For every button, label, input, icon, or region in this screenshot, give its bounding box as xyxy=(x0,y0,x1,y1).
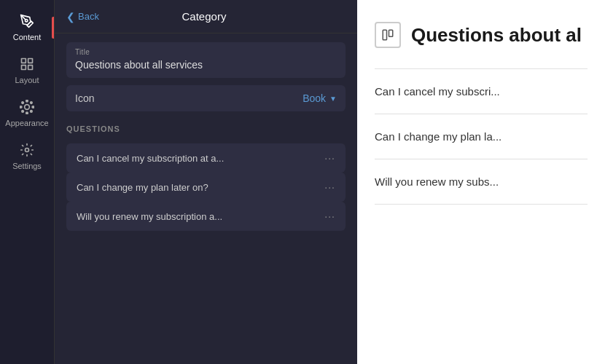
question-item[interactable]: Will you renew my subscription a... ··· xyxy=(66,202,346,231)
panel-title: Category xyxy=(108,10,300,23)
active-indicator xyxy=(52,17,54,39)
sidebar-item-settings-label: Settings xyxy=(12,162,42,170)
preview-pane: Questions about al Can I cancel my subsc… xyxy=(357,0,605,364)
svg-point-12 xyxy=(31,102,33,104)
title-field-label: Title xyxy=(66,42,346,58)
icon-selector[interactable]: Book ▼ xyxy=(302,92,337,104)
sidebar-item-settings[interactable]: Settings xyxy=(0,135,54,178)
back-button[interactable]: ❮ Back xyxy=(66,11,99,23)
preview-questions-list: Can I cancel my subscri...Can I change m… xyxy=(375,79,588,205)
icon-field-label: Icon xyxy=(75,92,94,104)
preview-category-title: Questions about al xyxy=(411,24,582,47)
question-item-menu-icon[interactable]: ··· xyxy=(324,152,335,164)
preview-question-text: Will you renew my subs... xyxy=(375,170,588,194)
sidebar-item-layout-label: Layout xyxy=(15,76,39,84)
preview-icon-box xyxy=(375,22,401,48)
preview-divider-4 xyxy=(375,204,588,205)
svg-rect-3 xyxy=(28,66,33,70)
back-label: Back xyxy=(78,11,99,22)
chevron-left-icon: ❮ xyxy=(66,11,75,23)
question-item[interactable]: Can I cancel my subscription at a... ··· xyxy=(66,143,346,173)
svg-rect-2 xyxy=(28,59,33,63)
svg-point-14 xyxy=(26,149,29,152)
svg-rect-1 xyxy=(22,59,26,63)
svg-point-7 xyxy=(26,112,28,114)
layout-icon xyxy=(19,56,35,72)
icon-value: Book xyxy=(302,92,326,104)
icon-field-row: Icon Book ▼ xyxy=(66,85,346,111)
preview-question-item: Can I cancel my subscri... xyxy=(375,79,588,103)
questions-list: Can I cancel my subscription at a... ···… xyxy=(66,143,346,231)
sidebar-item-appearance-label: Appearance xyxy=(5,119,48,127)
sidebar-item-content[interactable]: Content xyxy=(0,6,54,49)
appearance-icon xyxy=(19,99,35,115)
svg-point-6 xyxy=(26,100,28,102)
question-item-text: Can I cancel my subscription at a... xyxy=(77,153,324,164)
svg-point-5 xyxy=(25,105,30,110)
icon-field-group: Icon Book ▼ xyxy=(66,85,346,111)
question-item-menu-icon[interactable]: ··· xyxy=(324,210,335,222)
preview-divider-2 xyxy=(375,114,588,114)
content-icon xyxy=(19,13,35,29)
svg-point-10 xyxy=(22,102,24,104)
questions-section-label: QUESTIONS xyxy=(66,119,346,136)
svg-point-9 xyxy=(32,106,34,108)
title-field-group: Title Questions about all services xyxy=(66,42,346,78)
sidebar-item-content-label: Content xyxy=(13,33,42,41)
sidebar-item-appearance[interactable]: Appearance xyxy=(0,92,54,135)
question-item-text: Will you renew my subscription a... xyxy=(77,211,324,222)
svg-point-13 xyxy=(22,111,24,113)
panel-body: Title Questions about all services Icon … xyxy=(55,33,357,240)
panel-header: ❮ Back Category xyxy=(55,0,357,33)
svg-rect-4 xyxy=(22,66,26,70)
sidebar: Content Layout Appearance xyxy=(0,0,55,364)
sidebar-item-layout[interactable]: Layout xyxy=(0,49,54,92)
chevron-down-icon: ▼ xyxy=(329,95,337,103)
preview-question-item: Can I change my plan la... xyxy=(375,124,588,149)
svg-point-11 xyxy=(31,111,33,113)
preview-question-item: Will you renew my subs... xyxy=(375,170,588,194)
svg-point-8 xyxy=(20,106,22,108)
preview-question-text: Can I cancel my subscri... xyxy=(375,79,588,103)
question-item-text: Can I change my plan later on? xyxy=(77,182,324,193)
editor-panel: ❮ Back Category Title Questions about al… xyxy=(55,0,357,364)
svg-rect-16 xyxy=(389,30,393,36)
preview-category-header: Questions about al xyxy=(375,22,588,48)
preview-divider-3 xyxy=(375,159,588,159)
question-item[interactable]: Can I change my plan later on? ··· xyxy=(66,173,346,202)
settings-icon xyxy=(19,142,35,158)
preview-divider-1 xyxy=(375,68,588,69)
preview-question-text: Can I change my plan la... xyxy=(375,124,588,149)
svg-point-0 xyxy=(26,20,28,22)
question-item-menu-icon[interactable]: ··· xyxy=(324,181,335,193)
title-field-value[interactable]: Questions about all services xyxy=(66,58,346,78)
svg-rect-15 xyxy=(383,30,386,40)
